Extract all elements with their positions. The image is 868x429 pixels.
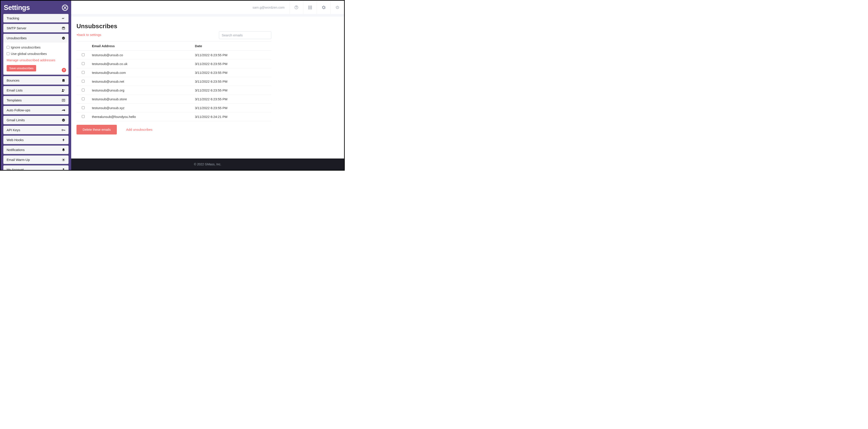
help-icon: [294, 5, 298, 9]
page-title: Unsubscribes: [76, 23, 339, 30]
person-icon: [62, 168, 65, 170]
content-panel: Unsubscribes back to settings Email Addr…: [71, 17, 344, 158]
ignore-unsubscribes-checkbox[interactable]: [7, 46, 9, 49]
svg-point-14: [62, 129, 63, 131]
svg-rect-20: [311, 6, 312, 7]
svg-rect-24: [308, 8, 309, 9]
sidebar-item-tracking[interactable]: Tracking: [3, 14, 68, 23]
row-email: therealunsub@foundyou.hello: [90, 112, 193, 121]
global-unsubscribes-checkbox[interactable]: [7, 52, 9, 55]
help-button[interactable]: [289, 1, 303, 14]
svg-point-12: [63, 120, 63, 120]
topbar-user-email[interactable]: sam.g@wordzen.com: [248, 1, 289, 14]
column-checkbox: [76, 41, 90, 51]
gear-icon: [322, 5, 326, 9]
key-icon: [62, 128, 65, 132]
sidebar-item-label: Web Hooks: [7, 138, 24, 142]
sidebar-header: Settings: [3, 3, 68, 14]
svg-rect-19: [310, 6, 311, 7]
sidebar-item-notifications[interactable]: Notifications: [3, 146, 68, 154]
row-email: testunsub@unsub.net: [90, 77, 193, 86]
svg-rect-25: [310, 8, 311, 9]
power-button[interactable]: [331, 1, 344, 14]
close-settings-button[interactable]: [62, 5, 68, 11]
row-email: testunsub@unsub.com: [90, 68, 193, 77]
power-icon: [336, 6, 339, 9]
sidebar-item-label: Templates: [7, 98, 22, 102]
sidebar-item-label: Auto Follow-ups: [7, 108, 30, 112]
sidebar-item-email-warmup[interactable]: Email Warm-Up: [3, 155, 68, 164]
row-date: 3/11/2022 6:23:55 PM: [193, 51, 271, 59]
row-checkbox[interactable]: [82, 62, 85, 65]
sidebar-item-label: Notifications: [7, 148, 25, 152]
database-icon: [62, 26, 65, 30]
sidebar-item-templates[interactable]: Templates: [3, 96, 68, 104]
row-checkbox[interactable]: [82, 89, 85, 91]
template-icon: [62, 98, 65, 102]
row-checkbox[interactable]: [82, 106, 85, 109]
apps-grid-icon: [308, 6, 312, 9]
row-checkbox[interactable]: [82, 80, 85, 83]
sidebar-item-label: Email Warm-Up: [7, 158, 30, 162]
sidebar-item-label: Unsubscribes: [7, 36, 27, 40]
svg-rect-22: [310, 7, 311, 8]
sidebar-item-api-keys[interactable]: API Keys: [3, 126, 68, 134]
row-checkbox[interactable]: [82, 97, 85, 100]
column-date: Date: [193, 41, 271, 51]
help-badge[interactable]: ?: [62, 68, 66, 72]
sidebar-item-label: Gmail Limits: [7, 118, 25, 122]
svg-point-2: [62, 37, 65, 39]
bell-icon: [62, 148, 65, 152]
svg-rect-21: [308, 7, 309, 8]
footer-text: © 2022 GMass, Inc.: [194, 162, 221, 166]
manage-unsubscribed-link[interactable]: Manage unsubscribed addresses: [7, 58, 65, 62]
table-row: testunsub@unsub.com3/11/2022 6:23:55 PM: [76, 68, 271, 77]
row-email: testunsub@unsub.co: [90, 51, 193, 59]
back-to-settings-link[interactable]: back to settings: [76, 33, 101, 37]
footer: © 2022 GMass, Inc.: [71, 158, 344, 170]
svg-point-3: [63, 37, 63, 38]
settings-button[interactable]: [317, 1, 331, 14]
sidebar-item-my-account[interactable]: My Account: [3, 165, 68, 170]
delete-emails-button[interactable]: Delete these emails: [76, 125, 117, 134]
row-email: testunsub@unsub.store: [90, 95, 193, 103]
row-checkbox[interactable]: [82, 53, 85, 56]
svg-point-16: [63, 168, 64, 170]
sidebar-item-gmail-limits[interactable]: Gmail Limits: [3, 116, 68, 124]
checkmarks-icon: [62, 17, 65, 20]
unsubscribes-table: Email Address Date testunsub@unsub.co3/1…: [76, 41, 271, 121]
svg-point-13: [64, 120, 64, 120]
sidebar-item-label: Email Lists: [7, 88, 23, 92]
row-checkbox[interactable]: [82, 71, 85, 74]
sidebar-item-smtp-server[interactable]: SMTP Server: [3, 24, 68, 32]
close-icon: [63, 6, 67, 9]
add-unsubscribes-link[interactable]: Add unsubscribes: [126, 128, 152, 131]
sun-icon: [62, 158, 65, 162]
row-email: testunsub@unsub.co.uk: [90, 59, 193, 68]
column-email: Email Address: [90, 41, 193, 51]
svg-point-1: [62, 27, 65, 28]
svg-point-7: [62, 89, 63, 90]
global-unsubscribes-row[interactable]: Use global unsubscribes: [7, 52, 65, 56]
frown-icon: [62, 36, 65, 40]
save-unsubscribes-button[interactable]: Save unsubscribes: [7, 65, 36, 71]
row-date: 3/11/2022 6:23:55 PM: [193, 95, 271, 103]
ignore-unsubscribes-label: Ignore unsubscribes: [11, 45, 40, 49]
svg-rect-6: [63, 81, 64, 81]
forward-icon: [62, 109, 65, 112]
sidebar-item-bounces[interactable]: Bounces: [3, 76, 68, 85]
row-date: 3/11/2022 6:23:55 PM: [193, 86, 271, 95]
ignore-unsubscribes-row[interactable]: Ignore unsubscribes: [7, 45, 65, 49]
row-checkbox[interactable]: [82, 115, 85, 118]
svg-rect-18: [308, 6, 309, 7]
sidebar-item-web-hooks[interactable]: Web Hooks: [3, 135, 68, 144]
table-row: testunsub@unsub.xyz3/11/2022 6:23:55 PM: [76, 103, 271, 112]
apps-button[interactable]: [303, 1, 317, 14]
table-row: testunsub@unsub.co3/11/2022 6:23:55 PM: [76, 51, 271, 59]
sidebar-item-email-lists[interactable]: Email Lists: [3, 86, 68, 95]
frown-icon: [62, 118, 65, 122]
search-emails-input[interactable]: [219, 31, 271, 39]
row-date: 3/11/2022 6:23:55 PM: [193, 68, 271, 77]
sidebar-item-unsubscribes[interactable]: Unsubscribes Ignore unsubscribes Use glo…: [3, 34, 68, 75]
sidebar-item-auto-followups[interactable]: Auto Follow-ups: [3, 106, 68, 115]
